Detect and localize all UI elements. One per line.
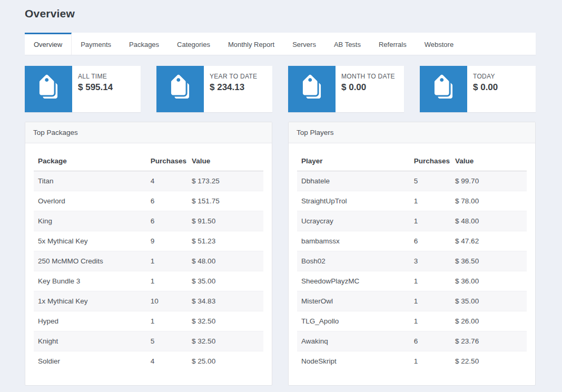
player-name: SheedowPlayzMC	[297, 271, 410, 291]
table-row: MisterOwl 1 $ 35.00	[297, 291, 527, 311]
stat-card-year-to-date: YEAR TO DATE $ 234.13	[156, 66, 272, 112]
panels-row: Top Packages Package Purchases Value	[25, 122, 536, 386]
package-value: $ 151.75	[188, 191, 263, 211]
player-purchases: 1	[410, 211, 451, 231]
player-value: $ 78.00	[451, 191, 527, 211]
player-purchases: 3	[410, 251, 451, 271]
column-header-package: Package	[34, 151, 146, 171]
package-name: 250 McMMO Credits	[34, 251, 146, 271]
top-players-panel: Top Players Player Purchases Value	[288, 122, 536, 386]
stat-value: $ 595.14	[78, 82, 113, 93]
tab-ab-tests[interactable]: AB Tests	[325, 33, 370, 55]
package-purchases: 6	[146, 211, 188, 231]
table-row: Overlord 6 $ 151.75	[34, 191, 263, 211]
table-row: StraightUpTrol 1 $ 78.00	[297, 191, 527, 211]
player-purchases: 1	[410, 351, 451, 371]
tab-bar: Overview Payments Packages Categories Mo…	[25, 33, 536, 55]
table-row: Ucraycray 1 $ 48.00	[297, 211, 527, 231]
package-value: $ 25.00	[188, 351, 263, 371]
package-purchases: 5	[146, 331, 188, 351]
table-row: NodeSkript 1 $ 22.50	[297, 351, 527, 371]
table-row: Hyped 1 $ 32.50	[34, 311, 263, 331]
panel-title: Top Players	[289, 122, 535, 143]
player-value: $ 35.00	[451, 291, 527, 311]
stat-label: YEAR TO DATE	[210, 73, 257, 80]
column-header-purchases: Purchases	[146, 151, 188, 171]
package-name: 5x Mythical Key	[34, 231, 146, 251]
table-row: TLG_Apollo 1 $ 26.00	[297, 311, 527, 331]
stat-card-all-time: ALL TIME $ 595.14	[25, 66, 141, 112]
table-row: Bosh02 3 $ 36.50	[297, 251, 527, 271]
column-header-player: Player	[297, 151, 410, 171]
package-purchases: 1	[146, 251, 188, 271]
package-name: Overlord	[34, 191, 146, 211]
player-value: $ 99.70	[451, 171, 527, 191]
package-value: $ 32.50	[188, 331, 263, 351]
stat-label: ALL TIME	[78, 73, 113, 80]
tab-monthly-report[interactable]: Monthly Report	[219, 33, 283, 55]
package-purchases: 1	[146, 271, 188, 291]
player-value: $ 36.50	[451, 251, 527, 271]
top-players-table: Player Purchases Value Dbhatele 5 $ 99.7…	[297, 151, 527, 371]
player-name: Dbhatele	[297, 171, 410, 191]
player-name: bambamssx	[297, 231, 410, 251]
package-purchases: 9	[146, 231, 188, 251]
package-purchases: 4	[146, 351, 188, 371]
package-name: Titan	[34, 171, 146, 191]
player-purchases: 6	[410, 331, 451, 351]
table-row: Key Bundle 3 1 $ 35.00	[34, 271, 263, 291]
package-name: Soldier	[34, 351, 146, 371]
package-value: $ 32.50	[188, 311, 263, 331]
top-packages-table: Package Purchases Value Titan 4 $ 173.25	[34, 151, 263, 371]
package-value: $ 48.00	[188, 251, 263, 271]
table-row: bambamssx 6 $ 47.62	[297, 231, 527, 251]
column-header-value: Value	[451, 151, 527, 171]
table-row: Knight 5 $ 32.50	[34, 331, 263, 351]
tab-overview[interactable]: Overview	[25, 33, 72, 55]
tab-servers[interactable]: Servers	[283, 33, 325, 55]
tab-categories[interactable]: Categories	[168, 33, 219, 55]
column-header-value: Value	[188, 151, 263, 171]
player-purchases: 1	[410, 191, 451, 211]
stat-label: TODAY	[473, 73, 498, 80]
stat-label: MONTH TO DATE	[341, 73, 395, 80]
tab-webstore[interactable]: Webstore	[416, 33, 462, 55]
player-purchases: 1	[410, 311, 451, 331]
stat-value: $ 0.00	[341, 82, 395, 93]
package-purchases: 1	[146, 311, 188, 331]
overview-page: Overview Overview Payments Packages Cate…	[0, 0, 562, 392]
player-name: MisterOwl	[297, 291, 410, 311]
tab-packages[interactable]: Packages	[120, 33, 168, 55]
panel-title: Top Packages	[25, 122, 272, 143]
package-value: $ 51.23	[188, 231, 263, 251]
table-header-row: Player Purchases Value	[297, 151, 527, 171]
table-row: Titan 4 $ 173.25	[34, 171, 263, 191]
player-purchases: 5	[410, 171, 451, 191]
table-row: Soldier 4 $ 25.00	[34, 351, 263, 371]
package-value: $ 91.50	[188, 211, 263, 231]
package-value: $ 173.25	[188, 171, 263, 191]
package-name: Knight	[34, 331, 146, 351]
table-row: 5x Mythical Key 9 $ 51.23	[34, 231, 263, 251]
player-purchases: 1	[410, 271, 451, 291]
tab-referrals[interactable]: Referrals	[370, 33, 416, 55]
tags-icon	[420, 66, 467, 112]
stat-card-month-to-date: MONTH TO DATE $ 0.00	[288, 66, 404, 112]
top-packages-panel: Top Packages Package Purchases Value	[25, 122, 272, 386]
table-row: Dbhatele 5 $ 99.70	[297, 171, 527, 191]
player-purchases: 6	[410, 231, 451, 251]
tab-payments[interactable]: Payments	[72, 33, 120, 55]
column-header-purchases: Purchases	[410, 151, 451, 171]
package-purchases: 10	[146, 291, 188, 311]
player-value: $ 26.00	[451, 311, 527, 331]
table-row: 1x Mythical Key 10 $ 34.83	[34, 291, 263, 311]
package-name: King	[34, 211, 146, 231]
tags-icon	[288, 66, 336, 112]
package-value: $ 35.00	[188, 271, 263, 291]
tags-icon	[156, 66, 204, 112]
package-purchases: 6	[146, 191, 188, 211]
player-value: $ 22.50	[451, 351, 527, 371]
tags-icon	[25, 66, 72, 112]
player-value: $ 48.00	[451, 211, 527, 231]
player-name: NodeSkript	[297, 351, 410, 371]
